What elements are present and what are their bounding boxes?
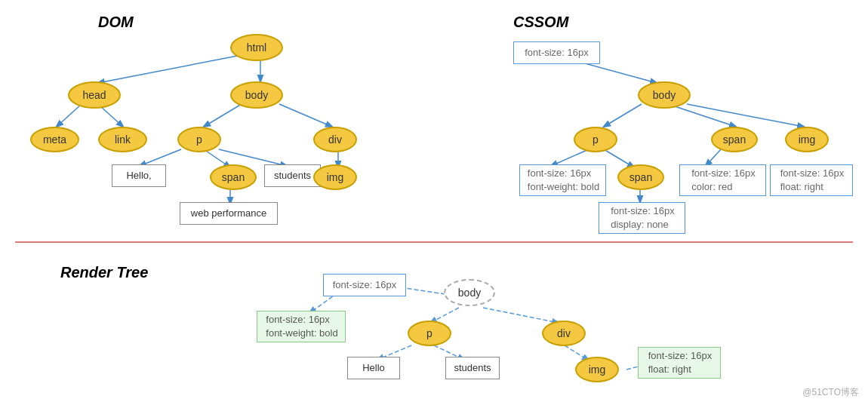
dom-p-node: p — [177, 127, 221, 152]
svg-line-12 — [604, 104, 642, 127]
svg-line-16 — [604, 149, 634, 167]
dom-hello-node: Hello, — [112, 164, 166, 187]
watermark: @51CTO博客 — [802, 386, 859, 399]
render-title: Render Tree — [60, 264, 148, 281]
render-div-node: div — [542, 321, 586, 346]
cssom-span2-styles: font-size: 16px display: none — [599, 202, 685, 234]
svg-line-5 — [279, 104, 332, 127]
svg-line-4 — [204, 104, 242, 127]
cssom-p-node: p — [574, 127, 617, 152]
render-students-node: students — [445, 357, 500, 379]
svg-line-8 — [219, 149, 287, 166]
cssom-img-node: img — [785, 127, 829, 152]
dom-div-node: div — [313, 127, 357, 152]
dom-body-node: body — [230, 81, 283, 109]
cssom-body-node: body — [638, 81, 691, 109]
cssom-root-style: font-size: 16px — [513, 41, 600, 64]
dom-img-node: img — [313, 164, 357, 190]
svg-line-17 — [706, 149, 721, 166]
render-body-node: body — [444, 279, 495, 306]
svg-line-3 — [100, 106, 123, 127]
svg-line-14 — [687, 104, 804, 127]
dom-html-node: html — [230, 34, 283, 61]
section-divider — [15, 241, 853, 243]
dom-link-node: link — [98, 127, 147, 152]
dom-span-node: span — [210, 164, 257, 190]
dom-head-node: head — [68, 81, 121, 109]
cssom-title: CSSOM — [513, 14, 568, 31]
dom-webperf-node: web performance — [180, 202, 278, 225]
svg-line-21 — [483, 308, 559, 323]
render-img-styles: font-size: 16px float: right — [638, 347, 721, 379]
diagram-area: DOM CSSOM Render Tree html head body met… — [0, 0, 868, 405]
svg-line-13 — [668, 104, 736, 127]
dom-title: DOM — [98, 14, 134, 31]
svg-line-6 — [140, 149, 181, 166]
render-p-styles: font-size: 16px font-weight: bold — [257, 311, 346, 342]
render-fontsize-top: font-size: 16px — [323, 274, 406, 296]
dom-meta-node: meta — [30, 127, 79, 152]
svg-line-2 — [57, 104, 82, 127]
render-img-node: img — [575, 357, 619, 382]
svg-line-0 — [98, 54, 245, 83]
cssom-span-styles: font-size: 16px color: red — [679, 164, 766, 196]
cssom-img-styles: font-size: 16px float: right — [770, 164, 853, 196]
svg-line-15 — [551, 149, 589, 166]
dom-students-node: students — [264, 164, 321, 187]
cssom-span2-node: span — [617, 164, 664, 190]
cssom-span-node: span — [711, 127, 758, 152]
render-p-node: p — [408, 321, 451, 346]
cssom-p-styles: font-size: 16px font-weight: bold — [519, 164, 606, 196]
render-hello-node: Hello — [347, 357, 400, 379]
